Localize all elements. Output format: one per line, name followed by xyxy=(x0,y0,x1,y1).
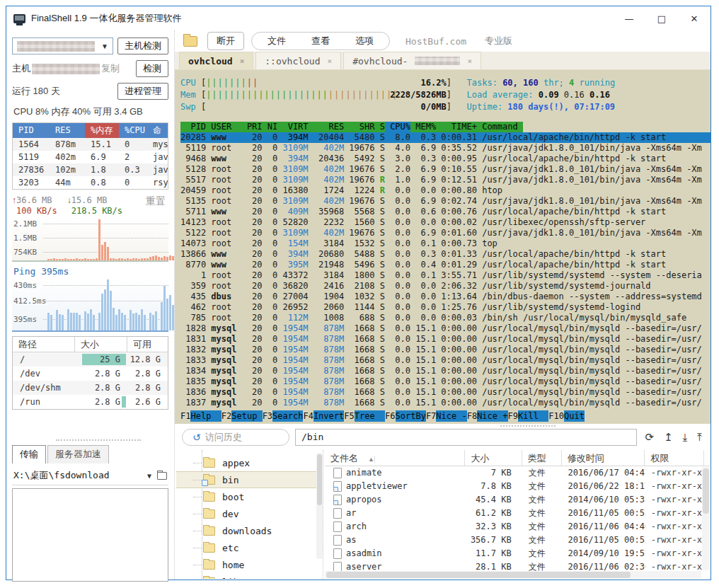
tree-item-home[interactable]: home xyxy=(176,556,323,573)
process-row[interactable]: 1837mysql2001954M878M1668S0.015.10:00.00… xyxy=(180,398,711,408)
process-row[interactable]: 462root2002695220601144S0.00.01:25.76/us… xyxy=(180,302,711,313)
htop-header[interactable]: PIDUSERPRINIVIRTRESSHRSCPU%MEM%TIME+Comm… xyxy=(180,122,523,132)
process-row[interactable]: 1828mysql2001954M878M1668S0.015.10:00.00… xyxy=(180,323,711,334)
fkey[interactable]: F2 xyxy=(222,410,231,422)
tree-item-dev[interactable]: dev xyxy=(176,505,323,522)
close-button[interactable]: ✕ xyxy=(678,6,711,30)
menu-file[interactable]: 文件 xyxy=(268,35,286,47)
host-check-button[interactable]: 主机检测 xyxy=(117,38,168,54)
remote-path-input[interactable]: /bin xyxy=(295,429,637,446)
process-row[interactable]: 1831mysql2001954M878M1668S0.015.10:00.00… xyxy=(180,334,711,345)
tree-item-lib[interactable]: lib xyxy=(176,573,323,579)
terminal-htop[interactable]: CPU[|||||||||16.2%]Mem[|||||||||||||||||… xyxy=(175,70,711,424)
fkey[interactable]: F8 xyxy=(467,410,477,422)
process-row[interactable]: 1834mysql2001954M878M1668S0.015.10:00.00… xyxy=(180,366,711,376)
folder-icon[interactable] xyxy=(183,36,197,47)
maximize-button[interactable]: □ xyxy=(645,6,678,30)
fkey[interactable]: F5 xyxy=(344,410,354,422)
close-icon[interactable]: × xyxy=(467,57,472,66)
tree-scrollbar[interactable] xyxy=(316,453,323,559)
reset-link[interactable]: 重置 xyxy=(146,195,168,208)
file-row[interactable]: appletviewer7.8 KB文件2016/06/22 18:17-rwx… xyxy=(325,480,710,493)
tab-transfer[interactable]: 传输 xyxy=(12,445,46,463)
refresh-icon[interactable]: ⟳ xyxy=(645,431,655,444)
process-row[interactable]: 20459root2001638017241224R0.00.00:00.80h… xyxy=(180,185,711,196)
sidebar-splitter[interactable] xyxy=(56,439,141,441)
process-row[interactable]: 1833mysql2001954M878M1668S0.015.10:00.00… xyxy=(180,355,711,366)
process-row[interactable]: 359root2003682024162108S0.00.02:06.32/us… xyxy=(180,281,711,292)
fkey-label[interactable]: Tree xyxy=(355,410,385,422)
tab-ovhcloud-2[interactable]: ::ovhcloud × xyxy=(255,52,341,69)
process-row[interactable]: 1root2004337231841800S0.00.13:55.71/usr/… xyxy=(180,270,711,281)
sidebar-process-row[interactable]: 27836102m1.80.3java xyxy=(13,163,168,176)
tree-item-etc[interactable]: etc xyxy=(176,539,323,556)
fkey-label[interactable]: Quit xyxy=(564,410,585,422)
process-row[interactable]: 1835mysql2001954M878M1668S0.015.10:00.00… xyxy=(180,376,711,387)
sidebar-process-row[interactable]: 320344m0.80rsyslogd xyxy=(13,176,168,189)
tab-ovhcloud[interactable]: ovhcloud × xyxy=(179,52,253,69)
process-row[interactable]: 5517root2003109M402M19676R1.06.90:12.51/… xyxy=(180,175,711,185)
disk-row[interactable]: /dev/shm2.8 G2.8 G xyxy=(13,381,168,395)
horizontal-scrollbar[interactable] xyxy=(325,571,701,579)
minimize-button[interactable]: — xyxy=(613,6,645,30)
process-row[interactable]: 9468www200394M204365492S3.00.30:00.95/us… xyxy=(180,154,711,164)
disconnect-button[interactable]: 断开 xyxy=(207,32,244,50)
file-row[interactable]: apropos45.4 KB文件2014/06/10 05:35-rwxr-xr… xyxy=(325,493,710,507)
process-row[interactable]: 14123root2005282022321560S0.00.00:00.02/… xyxy=(180,217,711,228)
tree-item-bin[interactable]: bin xyxy=(176,471,323,488)
tree-item-boot[interactable]: boot xyxy=(176,488,323,505)
vertical-scrollbar[interactable] xyxy=(702,467,710,570)
fkey[interactable]: F10 xyxy=(548,410,564,422)
menu-options[interactable]: 选项 xyxy=(355,35,374,47)
fkey[interactable]: F9 xyxy=(508,410,518,422)
sidebar-process-row[interactable]: 1564878m15.10mysqld xyxy=(13,138,168,151)
local-path[interactable]: X:\桌面\fsdownload xyxy=(13,469,110,482)
process-row[interactable]: 5122root2003109M402M19676S0.06.90:01.60/… xyxy=(180,228,711,238)
process-manager-button[interactable]: 进程管理 xyxy=(117,83,168,100)
process-row[interactable]: 13866www200394M206805488S0.00.30:01.33/u… xyxy=(180,249,711,260)
fkey-label[interactable]: Help xyxy=(190,410,221,422)
chevron-down-icon[interactable]: ▼ xyxy=(147,472,151,480)
fkey[interactable]: F7 xyxy=(426,410,436,422)
process-row[interactable]: 20285www200394M204045480S8.00.30:00.31/u… xyxy=(180,132,711,143)
fkey[interactable]: F3 xyxy=(263,410,272,422)
fkey[interactable]: F1 xyxy=(180,410,190,422)
process-row[interactable]: 5135root2003109M402M19676S0.06.90:02.74/… xyxy=(180,196,711,207)
up-directory-icon[interactable]: ↥ xyxy=(664,431,673,444)
check-button[interactable]: 检测 xyxy=(136,60,168,77)
disk-row[interactable]: /dev2.8 G2.8 G xyxy=(13,367,168,381)
file-row[interactable]: animate7 KB文件2016/06/17 04:47-rwxr-xr-x xyxy=(325,466,710,480)
process-row[interactable]: 785root200112M1008688S0.00.00:00.03/bin/… xyxy=(180,313,711,323)
fkey[interactable]: F4 xyxy=(303,410,313,422)
close-icon[interactable]: × xyxy=(240,57,245,66)
tree-item-downloads[interactable]: downloads xyxy=(176,522,323,539)
tab-server-boost[interactable]: 服务器加速 xyxy=(47,445,109,463)
browser-splitter[interactable] xyxy=(500,425,556,427)
process-row[interactable]: 8770www200395M219485496S0.00.40:01.29/us… xyxy=(180,260,711,270)
fkey-label[interactable]: Nice + xyxy=(477,410,507,422)
sidebar-process-row[interactable]: 5119402m6.92java xyxy=(13,151,168,163)
sidebar-process-header[interactable]: PIDRES%内存%CPU命令 xyxy=(13,123,168,138)
file-row[interactable]: asadmin11.7 KB文件2014/09/10 19:57-rwxr-xr… xyxy=(325,547,710,560)
tree-item-appex[interactable]: appex xyxy=(176,454,323,471)
fkey-label[interactable]: Nice - xyxy=(436,410,466,422)
upload-icon[interactable]: ⤒ xyxy=(697,431,702,444)
fkey-label[interactable]: Invert xyxy=(314,410,344,422)
fkey[interactable]: F6 xyxy=(385,410,395,422)
fkey-label[interactable]: Search xyxy=(272,410,303,422)
open-folder-icon[interactable] xyxy=(157,472,167,480)
file-row[interactable]: as356.7 KB文件2016/11/05 00:52-rwxr-xr-x xyxy=(325,534,710,547)
process-row[interactable]: 5711www200409M359685568S0.00.60:00.76/us… xyxy=(180,207,711,217)
copy-link[interactable]: 复制 xyxy=(101,62,120,75)
menu-view[interactable]: 查看 xyxy=(311,35,330,47)
process-row[interactable]: 1836mysql2001954M878M1668S0.015.10:00.00… xyxy=(180,387,711,398)
process-row[interactable]: 5119root2003109M402M19676S4.06.90:35.52/… xyxy=(180,143,711,154)
process-row[interactable]: 435dbus2002700419041032S0.00.01:13.64/bi… xyxy=(180,292,711,302)
disk-row[interactable]: /run2.8 G2.6 G xyxy=(13,395,168,409)
process-row[interactable]: 5128root2003109M402M19676S2.06.90:10.55/… xyxy=(180,164,711,175)
file-row[interactable]: ar61.2 KB文件2016/11/05 00:52-rwxr-xr-x xyxy=(325,507,710,520)
process-row[interactable]: 1832mysql2001954M878M1668S0.015.10:00.00… xyxy=(180,345,711,355)
transfer-list[interactable] xyxy=(12,488,168,582)
host-combobox[interactable]: ▼ xyxy=(12,38,113,54)
fkey-label[interactable]: Setup xyxy=(231,410,262,422)
